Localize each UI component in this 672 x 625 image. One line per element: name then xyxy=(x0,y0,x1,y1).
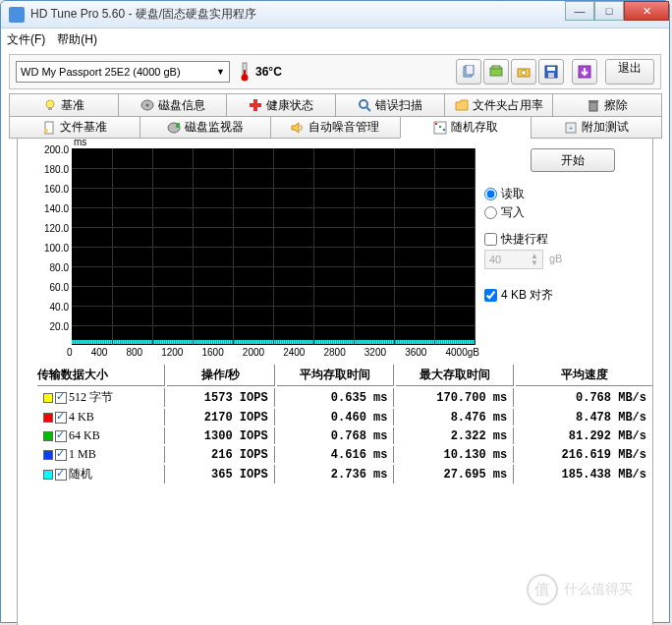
menubar: 文件(F) 帮助(H) xyxy=(1,28,669,50)
trash-icon xyxy=(587,98,600,112)
tab-folder[interactable]: 文件夹占用率 xyxy=(444,93,554,116)
col-header: 最大存取时间 xyxy=(396,365,514,386)
close-button[interactable]: ✕ xyxy=(624,1,669,21)
svg-point-13 xyxy=(46,100,54,108)
tab-random[interactable]: 随机存取 xyxy=(400,116,532,139)
random-icon xyxy=(433,121,447,135)
svg-rect-14 xyxy=(48,107,52,110)
thermometer-icon xyxy=(238,62,252,82)
table-row: 64 KB1300 IOPS0.768 ms2.322 ms81.292 MB/… xyxy=(37,427,652,444)
row-checkbox[interactable] xyxy=(55,412,67,424)
svg-rect-18 xyxy=(250,103,261,107)
save-button[interactable] xyxy=(538,59,564,85)
tab-plus[interactable]: 健康状态 xyxy=(226,93,336,116)
extra-icon: + xyxy=(564,121,578,135)
align-label: 4 KB 对齐 xyxy=(501,287,553,304)
tab-filebench[interactable]: 文件基准 xyxy=(9,116,140,139)
svg-rect-2 xyxy=(244,70,246,78)
table-row: 512 字节1573 IOPS0.635 ms170.700 ms0.768 M… xyxy=(37,388,652,407)
temperature: 36°C xyxy=(238,62,282,82)
row-checkbox[interactable] xyxy=(55,430,67,442)
filebench-icon xyxy=(42,121,56,135)
exit-button[interactable]: 退出 xyxy=(605,59,654,85)
tab-trash[interactable]: 擦除 xyxy=(552,93,662,116)
tab-row-1: 基准磁盘信息健康状态错误扫描文件夹占用率擦除 xyxy=(9,93,661,116)
short-stroke-value: 40▲▼ xyxy=(484,250,543,269)
color-swatch xyxy=(43,431,53,441)
align-checkbox[interactable] xyxy=(484,289,497,302)
bulb-icon xyxy=(43,98,57,112)
color-swatch xyxy=(43,470,53,480)
table-row: 1 MB216 IOPS4.616 ms10.130 ms216.619 MB/… xyxy=(37,446,652,463)
tab-disk[interactable]: 磁盘信息 xyxy=(118,93,228,116)
latency-graph xyxy=(72,148,475,345)
svg-point-16 xyxy=(145,104,148,107)
app-icon xyxy=(9,7,25,23)
color-swatch xyxy=(43,450,53,460)
titlebar[interactable]: HD Tune Pro 5.60 - 硬盘/固态硬盘实用程序 — □ ✕ xyxy=(1,1,669,28)
svg-line-20 xyxy=(366,107,370,111)
drive-select[interactable]: WD My Passport 25E2 (4000 gB) ▼ xyxy=(16,61,230,83)
results-table: 传输数据大小操作/秒平均存取时间最大存取时间平均速度 512 字节1573 IO… xyxy=(35,363,654,485)
search-icon xyxy=(358,98,371,112)
app-window: HD Tune Pro 5.60 - 硬盘/固态硬盘实用程序 — □ ✕ 文件(… xyxy=(0,0,670,623)
read-radio[interactable] xyxy=(484,188,497,200)
temperature-value: 36°C xyxy=(255,65,282,79)
tab-search[interactable]: 错误扫描 xyxy=(335,93,445,116)
copy-info-button[interactable] xyxy=(456,59,481,85)
svg-rect-11 xyxy=(548,73,554,78)
svg-rect-29 xyxy=(439,126,441,128)
options-button[interactable] xyxy=(572,59,597,85)
write-radio[interactable] xyxy=(484,206,497,219)
svg-text:+: + xyxy=(569,124,574,133)
svg-point-8 xyxy=(522,71,527,76)
y-axis-unit: ms xyxy=(74,137,86,147)
read-label: 读取 xyxy=(501,186,525,202)
svg-rect-4 xyxy=(466,65,474,75)
svg-rect-6 xyxy=(492,66,500,69)
minimize-button[interactable]: — xyxy=(565,1,594,21)
disk-icon xyxy=(140,98,154,112)
menu-help[interactable]: 帮助(H) xyxy=(57,31,97,48)
x-axis: 040080012001600200024002800320036004000g… xyxy=(67,347,479,358)
svg-rect-30 xyxy=(443,129,445,131)
svg-rect-28 xyxy=(435,123,437,125)
col-header: 传输数据大小 xyxy=(37,365,165,386)
chevron-down-icon: ▼ xyxy=(216,67,225,77)
svg-rect-10 xyxy=(547,67,555,71)
short-stroke-label: 快捷行程 xyxy=(501,231,548,248)
copy-screenshot-button[interactable] xyxy=(483,59,509,85)
write-label: 写入 xyxy=(501,204,525,221)
toolbar: WD My Passport 25E2 (4000 gB) ▼ 36°C 退出 xyxy=(9,54,661,89)
tab-monitor[interactable]: 磁盘监视器 xyxy=(140,116,271,139)
table-row: 4 KB2170 IOPS0.460 ms8.476 ms8.478 MB/s xyxy=(37,409,652,426)
maximize-button[interactable]: □ xyxy=(594,1,624,21)
svg-point-19 xyxy=(360,100,367,108)
svg-rect-21 xyxy=(589,102,597,111)
color-swatch xyxy=(43,413,53,423)
row-checkbox[interactable] xyxy=(55,469,67,481)
tab-row-2: 文件基准磁盘监视器自动噪音管理随机存取+附加测试 xyxy=(9,116,661,139)
tab-bulb[interactable]: 基准 xyxy=(9,93,119,116)
screenshot-button[interactable] xyxy=(511,59,536,85)
window-title: HD Tune Pro 5.60 - 硬盘/固态硬盘实用程序 xyxy=(30,6,256,23)
col-header: 平均速度 xyxy=(516,365,652,386)
row-checkbox[interactable] xyxy=(55,392,67,404)
short-stroke-checkbox[interactable] xyxy=(484,233,497,246)
tab-content: ms 200.0180.0160.0140.0120.0100.080.060.… xyxy=(17,139,653,625)
sound-icon xyxy=(291,121,305,135)
tab-sound[interactable]: 自动噪音管理 xyxy=(270,116,402,139)
svg-rect-26 xyxy=(176,123,180,128)
start-button[interactable]: 开始 xyxy=(531,148,615,172)
menu-file[interactable]: 文件(F) xyxy=(7,31,45,48)
svg-point-24 xyxy=(44,129,48,133)
col-header: 操作/秒 xyxy=(167,365,275,386)
col-header: 平均存取时间 xyxy=(277,365,395,386)
watermark-text: 什么值得买 xyxy=(564,581,633,598)
row-checkbox[interactable] xyxy=(55,449,67,461)
svg-rect-22 xyxy=(588,100,598,102)
side-panel: 开始 读取 写入 快捷行程 40▲▼ gB 4 KB 对齐 xyxy=(484,148,661,304)
gb-unit: gB xyxy=(549,253,562,264)
drive-select-value: WD My Passport 25E2 (4000 gB) xyxy=(21,66,181,78)
tab-extra[interactable]: +附加测试 xyxy=(531,116,662,139)
